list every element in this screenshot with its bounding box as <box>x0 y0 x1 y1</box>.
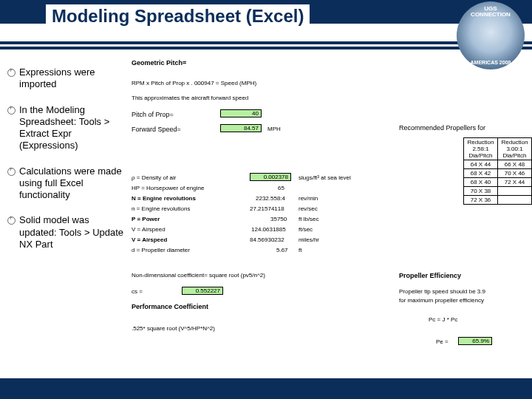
bullet-list: Expressions were imported In the Modelin… <box>7 66 129 250</box>
eff-note: Propeller tip speed should be 3.9 <box>399 288 485 295</box>
legend-row: d = Propeller diameter <box>132 247 190 253</box>
data-value: 124.0631885 <box>251 226 286 233</box>
legend-row: V = Airspeed <box>132 236 167 243</box>
pe-value: 65.9% <box>458 337 492 345</box>
page-title: Modeling Spreadsheet (Excel) <box>46 4 310 28</box>
unit-text: ft/sec <box>299 226 313 233</box>
bullet-item: Expressions were imported <box>7 66 129 91</box>
pitch-value: 40 <box>220 109 262 117</box>
prop-eff-title: Propeller Efficiency <box>399 272 461 279</box>
rec-prop-label: Recommended Propellers for <box>399 124 485 132</box>
pc-label: Pc = J * Pc <box>429 316 457 323</box>
unit-text: ft <box>299 247 301 253</box>
legend-row: P = Power <box>132 216 160 222</box>
footer-bar <box>0 378 532 399</box>
pe-label: Pe = <box>436 338 449 345</box>
unit-text: rev/min <box>299 195 318 202</box>
nondim-label: Non-dimensional coefficient= square root… <box>132 272 265 279</box>
spreadsheet-region: Geometric Pitch= RPM x Pitch of Prop x .… <box>132 59 532 378</box>
unit-text: slugs/ft³ at sea level <box>299 174 351 181</box>
legend-row: n = Engine revolutions <box>132 205 190 212</box>
cs-label: cs = <box>132 288 143 295</box>
pitch-label: Pitch of Prop= <box>132 111 174 118</box>
perf-coef-label: Performance Coefficient <box>132 303 208 310</box>
geom-pitch-label: Geometric Pitch= <box>132 59 186 66</box>
data-value: 5.67 <box>276 247 288 253</box>
unit-text: miles/hr <box>299 236 319 243</box>
eff-note: for maximum propeller efficiency <box>399 297 484 304</box>
propeller-table: Reduction 2.58:1 Dia/PitchReduction 3.00… <box>463 137 532 205</box>
unit-text: ft lb/sec <box>299 216 319 222</box>
data-value: 2232.558:4 <box>256 195 285 202</box>
formula-text: RPM x Pitch of Prop x . 000947 = Speed (… <box>132 80 256 86</box>
data-value: 0.002378 <box>250 173 291 181</box>
bullet-item: Calculations were made using full Excel … <box>7 166 129 202</box>
data-value: 27.21574118 <box>250 205 284 212</box>
cs-value: 0.552227 <box>182 287 223 295</box>
bullet-item: In the Modeling Spreadsheet: Tools > Ext… <box>7 104 129 152</box>
unit-text: rev/sec <box>299 205 318 212</box>
legend-row: N = Engine revolutions <box>132 195 196 202</box>
fwd-speed-unit: MPH <box>267 126 281 132</box>
fwd-speed-value: 84.57 <box>220 124 262 132</box>
legend-row: ρ = Density of air <box>132 174 176 181</box>
approx-text: This approximates the aircraft forward s… <box>132 95 248 101</box>
bullet-item: Solid model was updated: Tools > Update … <box>7 214 129 250</box>
data-value: 84.56930232 <box>250 236 284 243</box>
fwd-speed-label: Forward Speed= <box>132 126 181 133</box>
data-value: 35750 <box>270 216 287 222</box>
legend-row: HP = Horsepower of engine <box>132 185 204 191</box>
data-value: 65 <box>278 185 284 191</box>
legend-row: V = Airspeed <box>132 226 166 233</box>
perf-note: .525* square root (V^5/HP*N^2) <box>132 325 215 332</box>
